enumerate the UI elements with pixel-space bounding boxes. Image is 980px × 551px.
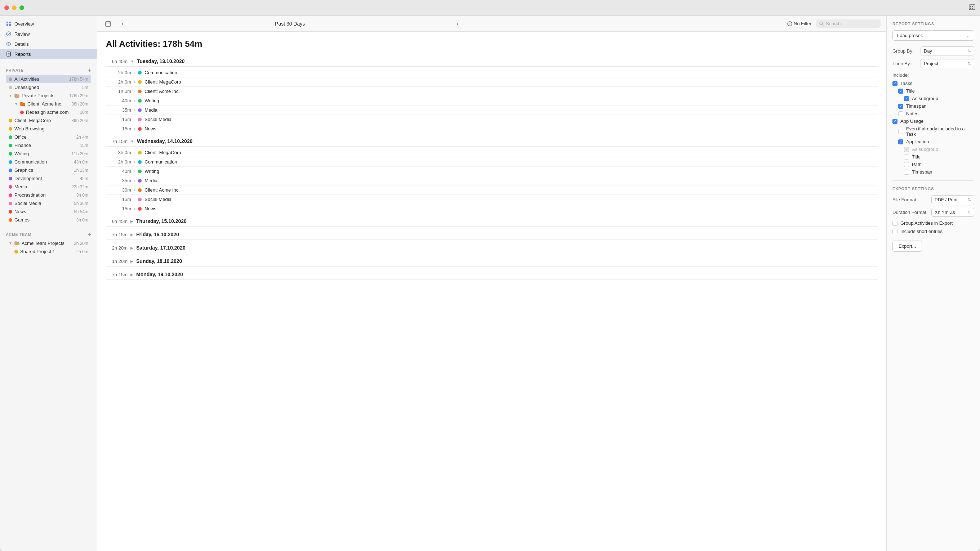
app-title-checkbox[interactable] <box>904 154 909 160</box>
day-header: 7h 15m▶Friday, 16.10.2020 <box>106 229 878 240</box>
expand-day-button[interactable]: ▼ <box>130 140 134 143</box>
minimize-button[interactable] <box>12 5 17 10</box>
title-checkbox[interactable]: ✓ <box>898 89 903 94</box>
activity-label: Communication <box>145 159 177 165</box>
expand-activity-button[interactable]: › <box>134 108 135 112</box>
include-short-checkbox[interactable] <box>892 229 897 234</box>
sidebar-item-media[interactable]: Media 22h 32m <box>6 183 91 191</box>
expand-day-button[interactable]: ▶ <box>130 273 133 276</box>
prev-period-button[interactable]: ‹ <box>118 19 127 29</box>
expand-activity-button[interactable]: › <box>134 151 135 154</box>
social-media-time: 5h 36m <box>74 201 88 206</box>
add-private-button[interactable]: + <box>88 67 91 73</box>
group-activities-checkbox[interactable] <box>892 221 897 226</box>
expand-activity-button[interactable]: › <box>134 98 135 103</box>
day-header: 1h 20m▶Sunday, 18.10.2020 <box>106 256 878 267</box>
sidebar-item-shared-project-1[interactable]: Shared Project 1 2h 0m <box>11 248 91 256</box>
development-dot <box>9 177 12 180</box>
activity-label: Social Media <box>145 117 171 122</box>
sidebar-item-details[interactable]: Details <box>0 39 97 49</box>
expand-activity-button[interactable]: › <box>134 169 135 173</box>
tasks-checkbox[interactable]: ✓ <box>892 81 897 86</box>
add-acme-team-button[interactable]: + <box>88 231 91 238</box>
sidebar-item-games[interactable]: Games 3h 0m <box>6 216 91 224</box>
acme-team-label: Acme Team <box>6 232 31 237</box>
svg-point-12 <box>8 44 10 44</box>
file-format-select[interactable]: PDF / Print ⇅ <box>931 195 974 204</box>
svg-rect-3 <box>970 8 971 9</box>
sidebar-item-reports[interactable]: Reports <box>0 49 97 59</box>
report-settings-title: REPORT SETTINGS <box>892 22 974 26</box>
timespan-checkbox[interactable]: ✓ <box>898 104 903 109</box>
expand-activity-button[interactable]: › <box>134 89 135 93</box>
as-subgroup-checkbox[interactable]: ✓ <box>904 96 909 101</box>
acme-inc-subsection: ▼ Client: Acme Inc. 38h 20m Redesign acm… <box>6 100 91 116</box>
duration-format-value: Xh Ym Zs <box>935 210 955 215</box>
folder-private-projects[interactable]: ▼ Private Projects 176h 29m <box>6 92 91 100</box>
expand-activity-button[interactable]: › <box>134 207 135 211</box>
expand-activity-button[interactable]: › <box>134 197 135 201</box>
notes-checkbox[interactable] <box>898 111 903 116</box>
close-button[interactable] <box>4 5 9 10</box>
web-browsing-label: Web Browsing <box>14 126 88 132</box>
then-by-select[interactable]: Project ⇅ <box>921 59 974 68</box>
sidebar-item-development[interactable]: Development 45m <box>6 174 91 183</box>
search-input[interactable] <box>826 21 876 26</box>
application-checkbox[interactable]: ✓ <box>898 140 903 144</box>
sidebar-item-graphics[interactable]: Graphics 1h 13m <box>6 166 91 174</box>
maximize-button[interactable] <box>19 5 24 10</box>
expand-activity-button[interactable]: › <box>134 80 135 84</box>
search-bar[interactable] <box>816 19 881 28</box>
sidebar-item-news[interactable]: News 5h 54m <box>6 208 91 216</box>
expand-activity-button[interactable]: › <box>134 127 135 131</box>
expand-day-button[interactable]: ▶ <box>130 219 133 223</box>
sidebar-item-writing[interactable]: Writing 11h 20m <box>6 149 91 158</box>
sidebar: Overview Review <box>0 16 97 551</box>
sidebar-item-redesign[interactable]: Redesign acme.com 10m <box>17 108 91 116</box>
communication-time: 43h 0m <box>74 160 88 165</box>
expand-day-button[interactable]: ▼ <box>130 59 134 64</box>
app-usage-checkbox[interactable]: ✓ <box>892 119 897 124</box>
day-time: 7h 15m <box>106 232 127 237</box>
sidebar-item-procrastination[interactable]: Procrastination 3h 0m <box>6 191 91 199</box>
even-if-checkbox[interactable] <box>898 129 903 134</box>
expand-activity-button[interactable]: › <box>134 188 135 192</box>
folder-acme-team-projects[interactable]: ▼ Acme Team Projects 2h 20m <box>6 239 91 248</box>
app-as-subgroup-checkbox[interactable]: ✓ <box>904 147 909 152</box>
expand-day-button[interactable]: ▶ <box>130 246 133 250</box>
sidebar-item-unassigned[interactable]: Unassigned 5m <box>6 83 91 92</box>
svg-rect-17 <box>105 22 111 26</box>
filter-button[interactable]: No Filter <box>787 21 811 26</box>
sidebar-item-megacorp[interactable]: Client: MegaCorp 39h 20m <box>6 116 91 125</box>
calendar-view-button[interactable] <box>103 19 113 29</box>
folder-acme-inc[interactable]: ▼ Client: Acme Inc. 38h 20m <box>11 100 91 108</box>
expand-activity-button[interactable]: › <box>134 160 135 164</box>
sidebar-item-review[interactable]: Review <box>0 29 97 39</box>
load-preset-button[interactable]: Load preset... ⌄ <box>892 30 974 41</box>
expand-activity-button[interactable]: › <box>134 118 135 121</box>
sidebar-item-finance[interactable]: Finance 15m <box>6 141 91 149</box>
day-header: 7h 15m▶Monday, 19.10.2020 <box>106 269 878 280</box>
group-by-value: Day <box>924 48 932 54</box>
export-button[interactable]: Export... <box>892 241 922 252</box>
app-timespan-checkbox[interactable] <box>904 170 909 175</box>
sidebar-item-web-browsing[interactable]: Web Browsing <box>6 125 91 133</box>
expand-activity-button[interactable]: › <box>134 179 135 183</box>
duration-format-select[interactable]: Xh Ym Zs ⇅ <box>931 208 974 217</box>
group-by-select[interactable]: Day ⇅ <box>921 46 974 56</box>
svg-rect-1 <box>970 6 971 7</box>
next-period-button[interactable]: › <box>452 19 462 29</box>
sidebar-item-communication[interactable]: Communication 43h 0m <box>6 158 91 166</box>
sidebar-item-all-activities[interactable]: All Activities 178h 54m <box>6 75 91 83</box>
expand-day-button[interactable]: ▶ <box>130 259 133 263</box>
day-time: 7h 15m <box>106 139 127 144</box>
sidebar-item-office[interactable]: Office 2h 4m <box>6 133 91 141</box>
media-label: Media <box>14 184 69 189</box>
activity-label: Media <box>145 107 157 113</box>
expand-day-button[interactable]: ▶ <box>130 233 133 237</box>
sidebar-item-overview[interactable]: Overview <box>0 19 97 29</box>
app-path-checkbox[interactable] <box>904 162 909 167</box>
sidebar-item-social-media[interactable]: Social Media 5h 36m <box>6 199 91 208</box>
activity-time: 3h 0m <box>113 150 131 155</box>
expand-activity-button[interactable]: › <box>134 71 135 75</box>
